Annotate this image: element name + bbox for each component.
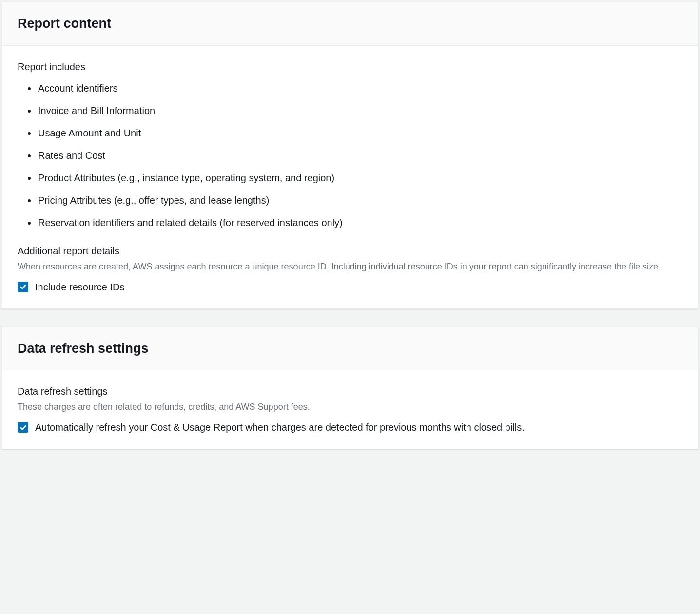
report-content-header: Report content	[2, 2, 698, 46]
checkmark-icon	[19, 424, 27, 431]
list-item: Product Attributes (e.g., instance type,…	[37, 171, 682, 185]
auto-refresh-label: Automatically refresh your Cost & Usage …	[35, 420, 525, 435]
list-item: Pricing Attributes (e.g., offer types, a…	[37, 193, 682, 208]
report-content-panel: Report content Report includes Account i…	[1, 1, 699, 309]
list-item: Reservation identifiers and related deta…	[37, 215, 682, 230]
report-content-body: Report includes Account identifiers Invo…	[2, 46, 698, 308]
list-item: Rates and Cost	[37, 148, 682, 163]
auto-refresh-row: Automatically refresh your Cost & Usage …	[18, 420, 682, 435]
auto-refresh-checkbox[interactable]	[18, 422, 28, 433]
report-content-title: Report content	[18, 14, 682, 34]
data-refresh-title: Data refresh settings	[18, 339, 682, 359]
include-resource-ids-checkbox[interactable]	[18, 282, 28, 292]
list-item: Account identifiers	[37, 81, 682, 96]
data-refresh-label: Data refresh settings	[18, 384, 682, 399]
include-resource-ids-row: Include resource IDs	[18, 280, 682, 295]
additional-report-details-label: Additional report details	[18, 244, 682, 258]
checkmark-icon	[19, 283, 27, 290]
list-item: Usage Amount and Unit	[37, 126, 682, 140]
data-refresh-body: Data refresh settings These charges are …	[2, 370, 698, 449]
data-refresh-helper: These charges are often related to refun…	[18, 401, 682, 413]
list-item: Invoice and Bill Information	[37, 103, 682, 118]
report-includes-list: Account identifiers Invoice and Bill Inf…	[18, 81, 682, 230]
additional-report-details-helper: When resources are created, AWS assigns …	[18, 260, 682, 273]
report-includes-label: Report includes	[18, 59, 682, 74]
data-refresh-panel: Data refresh settings Data refresh setti…	[1, 326, 699, 450]
data-refresh-header: Data refresh settings	[2, 327, 698, 371]
include-resource-ids-label: Include resource IDs	[35, 280, 124, 295]
